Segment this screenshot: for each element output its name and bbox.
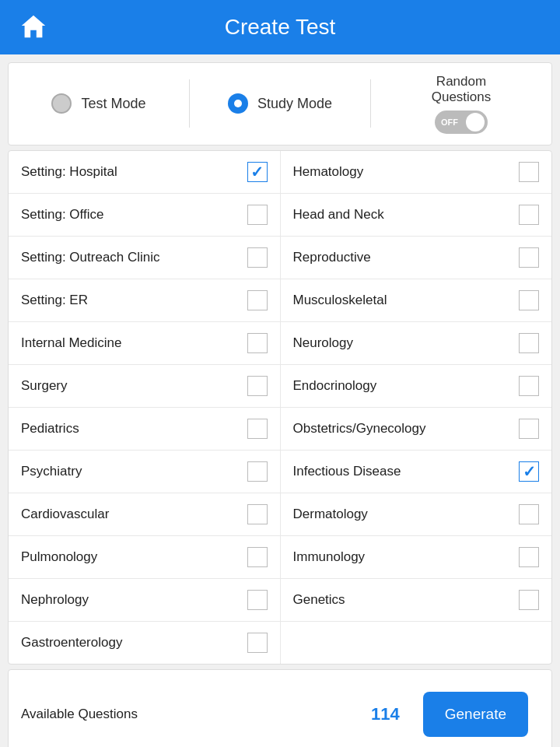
left-cell-7[interactable]: Psychiatry: [9, 451, 280, 493]
check-label: Nephrology: [21, 592, 235, 608]
checkbox[interactable]: [519, 247, 539, 268]
check-label: Musculoskeletal: [293, 293, 507, 308]
home-button[interactable]: [19, 11, 48, 44]
right-cell-4[interactable]: Neurology: [280, 322, 552, 364]
test-mode-option[interactable]: Test Mode: [9, 79, 190, 128]
left-cell-9[interactable]: Pulmonology: [9, 536, 280, 578]
study-mode-option[interactable]: Study Mode: [190, 79, 371, 128]
table-row: Setting: HospitalHematology: [9, 151, 551, 194]
toggle-off-label: OFF: [441, 117, 458, 127]
check-label: Setting: Outreach Clinic: [21, 250, 235, 265]
checkbox[interactable]: [247, 162, 268, 182]
table-row: SurgeryEndocrinology: [9, 365, 551, 408]
test-mode-radio: [51, 93, 72, 114]
table-row: Setting: Outreach ClinicReproductive: [9, 237, 551, 279]
left-cell-1[interactable]: Setting: Office: [9, 194, 280, 236]
available-questions-label: Available Questions: [21, 707, 371, 722]
random-questions-option[interactable]: RandomQuestions OFF: [371, 63, 551, 145]
right-cell-0[interactable]: Hematology: [280, 151, 552, 193]
checkbox[interactable]: [519, 590, 539, 610]
check-label: Pulmonology: [21, 549, 235, 565]
table-row: PsychiatryInfectious Disease: [9, 451, 551, 493]
checkbox[interactable]: [247, 419, 268, 439]
left-cell-4[interactable]: Internal Medicine: [9, 322, 280, 364]
table-row: NephrologyGenetics: [9, 579, 551, 622]
right-cell-empty-11: [280, 622, 552, 664]
checkbox[interactable]: [247, 290, 268, 310]
checkbox[interactable]: [247, 461, 268, 482]
checkbox[interactable]: [247, 504, 268, 524]
check-label: Obstetrics/Gynecology: [293, 421, 507, 437]
random-questions-toggle[interactable]: OFF: [435, 110, 488, 134]
check-label: Dermatology: [293, 507, 507, 522]
check-label: Pediatrics: [21, 421, 235, 437]
random-questions-label: RandomQuestions: [432, 74, 492, 106]
check-label: Setting: Office: [21, 207, 235, 223]
checklist: Setting: HospitalHematologySetting: Offi…: [8, 150, 552, 665]
checkbox[interactable]: [519, 504, 539, 524]
check-label: Genetics: [293, 592, 507, 608]
available-questions-value: 114: [371, 704, 400, 724]
table-row: Setting: ERMusculoskeletal: [9, 279, 551, 322]
left-cell-11[interactable]: Gastroenterology: [9, 622, 280, 664]
study-mode-label: Study Mode: [257, 96, 332, 112]
check-label: Surgery: [21, 378, 235, 394]
checkbox[interactable]: [519, 547, 539, 567]
right-cell-6[interactable]: Obstetrics/Gynecology: [280, 408, 552, 450]
checkbox[interactable]: [519, 290, 539, 310]
right-cell-8[interactable]: Dermatology: [280, 493, 552, 535]
mode-bar: Test Mode Study Mode RandomQuestions OFF: [8, 62, 552, 146]
checkbox[interactable]: [247, 376, 268, 396]
checkbox[interactable]: [519, 333, 539, 353]
left-cell-2[interactable]: Setting: Outreach Clinic: [9, 237, 280, 279]
left-cell-6[interactable]: Pediatrics: [9, 408, 280, 450]
header: Create Test: [0, 0, 560, 54]
right-cell-3[interactable]: Musculoskeletal: [280, 279, 552, 321]
study-mode-radio: [228, 93, 248, 114]
check-label: Cardiovascular: [21, 507, 235, 522]
table-row: PediatricsObstetrics/Gynecology: [9, 408, 551, 451]
checkbox[interactable]: [519, 419, 539, 439]
available-questions-row: Available Questions 114 Generate: [9, 670, 551, 747]
check-label: Setting: Hospital: [21, 164, 235, 180]
check-label: Psychiatry: [21, 464, 235, 479]
right-cell-9[interactable]: Immunology: [280, 536, 552, 578]
check-label: Reproductive: [293, 250, 507, 265]
checkbox[interactable]: [247, 590, 268, 610]
check-label: Endocrinology: [293, 378, 507, 394]
table-row: Internal MedicineNeurology: [9, 322, 551, 365]
checkbox[interactable]: [247, 547, 268, 567]
right-cell-7[interactable]: Infectious Disease: [280, 451, 552, 493]
checkbox[interactable]: [519, 461, 539, 482]
checkbox[interactable]: [247, 205, 268, 225]
generate-button[interactable]: Generate: [423, 692, 528, 737]
table-row: CardiovascularDermatology: [9, 493, 551, 536]
right-cell-1[interactable]: Head and Neck: [280, 194, 552, 236]
check-label: Setting: ER: [21, 293, 235, 308]
check-label: Internal Medicine: [21, 335, 235, 351]
checkbox[interactable]: [519, 162, 539, 182]
check-label: Gastroenterology: [21, 635, 235, 651]
left-cell-3[interactable]: Setting: ER: [9, 279, 280, 321]
table-row: Setting: OfficeHead and Neck: [9, 194, 551, 237]
footer: Available Questions 114 Generate Number …: [8, 669, 552, 747]
checkbox[interactable]: [247, 247, 268, 268]
test-mode-label: Test Mode: [81, 96, 145, 112]
check-label: Head and Neck: [293, 207, 507, 223]
table-row: PulmonologyImmunology: [9, 536, 551, 579]
right-cell-5[interactable]: Endocrinology: [280, 365, 552, 407]
check-label: Hematology: [293, 164, 507, 180]
right-cell-2[interactable]: Reproductive: [280, 237, 552, 279]
left-cell-10[interactable]: Nephrology: [9, 579, 280, 621]
right-cell-10[interactable]: Genetics: [280, 579, 552, 621]
table-row: Gastroenterology: [9, 622, 551, 664]
check-label: Infectious Disease: [293, 464, 507, 479]
checkbox[interactable]: [519, 205, 539, 225]
left-cell-0[interactable]: Setting: Hospital: [9, 151, 280, 193]
left-cell-5[interactable]: Surgery: [9, 365, 280, 407]
checkbox[interactable]: [247, 333, 268, 353]
check-label: Immunology: [293, 549, 507, 565]
checkbox[interactable]: [519, 376, 539, 396]
left-cell-8[interactable]: Cardiovascular: [9, 493, 280, 535]
checkbox[interactable]: [247, 633, 268, 653]
